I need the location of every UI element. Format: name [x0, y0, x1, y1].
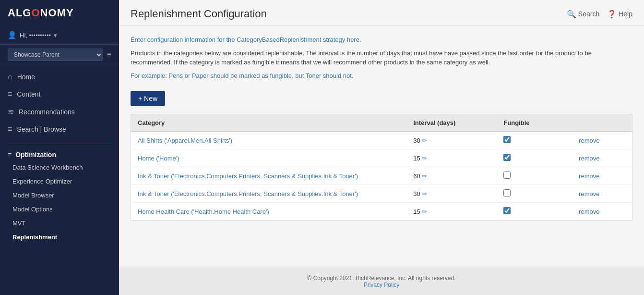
sidebar-item-model-options[interactable]: Model Options	[0, 202, 119, 216]
fungible-checkbox-3[interactable]	[503, 172, 511, 179]
footer: © Copyright 2021. RichRelevance, Inc. Al…	[119, 268, 644, 295]
sidebar-item-replenishment-label: Replenishment	[12, 234, 57, 241]
privacy-policy-link[interactable]: Privacy Policy	[364, 282, 400, 288]
fungible-checkbox-2[interactable]	[503, 154, 511, 161]
interval-value-4: 30	[413, 190, 420, 197]
interval-cell-4: 30 ✏	[406, 185, 497, 203]
interval-cell-5: 15 ✏	[406, 203, 497, 221]
interval-value-5: 15	[413, 208, 420, 215]
sidebar-item-model-browser-label: Model Browser	[12, 192, 54, 199]
category-cell-3[interactable]: Ink & Toner ('Electronics.Computers.Prin…	[131, 167, 407, 185]
sidebar-item-data-science-workbench[interactable]: Data Science Workbench	[0, 160, 119, 174]
remove-link-2[interactable]: remove	[579, 155, 599, 162]
remove-cell-2: remove	[572, 149, 632, 167]
fungible-checkbox-4[interactable]	[503, 189, 511, 197]
sidebar-item-content[interactable]: ≡ Content	[0, 86, 119, 103]
home-icon: ⌂	[8, 73, 12, 81]
fungible-cell-3	[497, 167, 572, 185]
table-body: All Shirts ('Apparel.Men.All Shirts')30 …	[131, 132, 632, 221]
interval-cell-2: 15 ✏	[406, 149, 497, 167]
user-icon: 👤	[8, 31, 17, 39]
sidebar-item-mvt[interactable]: MVT	[0, 216, 119, 230]
interval-cell-3: 60 ✏	[406, 167, 497, 185]
interval-value-2: 15	[413, 155, 420, 162]
user-caret-icon: ▾	[54, 32, 57, 39]
info-line2: Products in the categories below are con…	[131, 49, 632, 67]
category-cell-1[interactable]: All Shirts ('Apparel.Men.All Shirts')	[131, 132, 407, 149]
category-cell-5[interactable]: Home Health Care ('Health.Home Health Ca…	[131, 203, 407, 221]
replenishment-table: Category Interval (days) Fungible All Sh…	[131, 114, 632, 221]
top-actions: 🔍 Search ❓ Help	[567, 10, 632, 19]
search-icon: 🔍	[567, 10, 576, 19]
col-header-action	[572, 114, 632, 132]
table-row: Ink & Toner ('Electronics.Computers.Prin…	[131, 167, 632, 185]
logo-accent: O	[31, 7, 40, 19]
table-row: Ink & Toner ('Electronics.Computers.Prin…	[131, 185, 632, 203]
tenant-list-icon[interactable]: ≡	[107, 50, 111, 59]
category-cell-2[interactable]: Home ('Home')	[131, 149, 407, 167]
sidebar-item-recommendations[interactable]: ≋ Recommendations	[0, 103, 119, 121]
user-greeting: Hi,	[20, 32, 27, 39]
sidebar-item-replenishment[interactable]: Replenishment	[0, 230, 119, 244]
tenant-select[interactable]: Showcase-Parent	[8, 49, 103, 61]
remove-link-1[interactable]: remove	[579, 137, 599, 144]
edit-interval-icon-4[interactable]: ✏	[422, 190, 427, 197]
search-label: Search	[578, 10, 599, 18]
remove-cell-1: remove	[572, 132, 632, 149]
fungible-cell-4	[497, 185, 572, 203]
sidebar-item-search-browse-label: Search | Browse	[17, 125, 66, 133]
sidebar-item-model-browser[interactable]: Model Browser	[0, 188, 119, 202]
search-action[interactable]: 🔍 Search	[567, 10, 599, 19]
sidebar-item-experience-optimizer[interactable]: Experience Optimizer	[0, 174, 119, 188]
sidebar-item-recommendations-label: Recommendations	[19, 108, 75, 116]
col-header-category: Category	[131, 114, 407, 132]
col-header-interval: Interval (days)	[406, 114, 497, 132]
page-title: Replenishment Configuration	[131, 8, 267, 20]
help-action[interactable]: ❓ Help	[607, 10, 632, 19]
help-label: Help	[619, 10, 632, 18]
sidebar-item-search-browse[interactable]: ≡ Search | Browse	[0, 121, 119, 138]
logo: ALGONOMY	[8, 7, 74, 19]
optimization-title: Optimization	[15, 151, 56, 159]
top-bar: Replenishment Configuration 🔍 Search ❓ H…	[119, 0, 644, 25]
new-button[interactable]: + New	[131, 91, 165, 106]
interval-cell-1: 30 ✏	[406, 132, 497, 149]
sidebar-item-mvt-label: MVT	[12, 220, 25, 227]
content-icon: ≡	[8, 90, 12, 98]
help-icon: ❓	[607, 10, 617, 19]
copyright-text: © Copyright 2021. RichRelevance, Inc. Al…	[308, 275, 456, 282]
nav-divider	[8, 144, 111, 144]
content-area: Enter configuration information for the …	[119, 25, 644, 268]
fungible-cell-1	[497, 132, 572, 149]
sidebar-item-model-options-label: Model Options	[12, 206, 53, 213]
user-name: ••••••••••	[29, 32, 51, 39]
table-row: Home ('Home')15 ✏remove	[131, 149, 632, 167]
main-content: Replenishment Configuration 🔍 Search ❓ H…	[119, 0, 644, 295]
recommendations-icon: ≋	[8, 107, 14, 116]
remove-link-5[interactable]: remove	[579, 208, 599, 215]
edit-interval-icon-5[interactable]: ✏	[422, 208, 427, 215]
optimization-section-title: ≡ Optimization	[0, 147, 119, 160]
table-header-row: Category Interval (days) Fungible	[131, 114, 632, 132]
sidebar-item-home[interactable]: ⌂ Home	[0, 68, 119, 86]
remove-cell-4: remove	[572, 185, 632, 203]
sidebar-item-data-science-workbench-label: Data Science Workbench	[12, 164, 83, 171]
remove-link-3[interactable]: remove	[579, 172, 599, 180]
remove-link-4[interactable]: remove	[579, 190, 599, 197]
user-area[interactable]: 👤 Hi, •••••••••• ▾	[0, 26, 119, 45]
interval-value-1: 30	[413, 137, 420, 144]
tenant-area[interactable]: Showcase-Parent ≡	[0, 45, 119, 65]
category-cell-4[interactable]: Ink & Toner ('Electronics.Computers.Prin…	[131, 185, 407, 203]
fungible-checkbox-1[interactable]	[503, 136, 511, 143]
info-line3: For example: Pens or Paper should be mar…	[131, 71, 632, 81]
edit-interval-icon-3[interactable]: ✏	[422, 172, 427, 180]
info-line1: Enter configuration information for the …	[131, 35, 632, 45]
sidebar: ALGONOMY 👤 Hi, •••••••••• ▾ Showcase-Par…	[0, 0, 119, 295]
col-header-fungible: Fungible	[497, 114, 572, 132]
interval-value-3: 60	[413, 172, 420, 180]
edit-interval-icon-2[interactable]: ✏	[422, 155, 427, 162]
fungible-checkbox-5[interactable]	[503, 207, 511, 214]
sidebar-item-home-label: Home	[17, 73, 35, 81]
remove-cell-5: remove	[572, 203, 632, 221]
edit-interval-icon-1[interactable]: ✏	[422, 137, 427, 144]
